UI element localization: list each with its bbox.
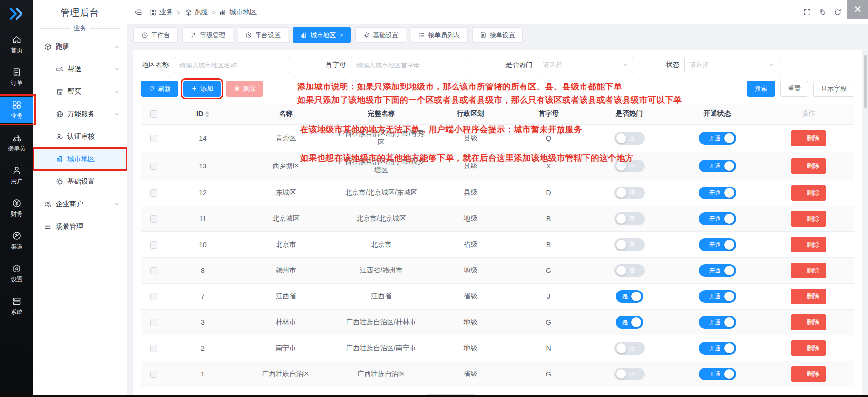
cell-full-name: 广西壮族自治区/南宁市 <box>332 335 430 361</box>
status-select[interactable]: 请选择 <box>684 57 780 73</box>
row-checkbox[interactable] <box>150 293 157 300</box>
hot-toggle[interactable]: 否 <box>614 342 645 355</box>
row-delete-button[interactable]: 删除 <box>791 211 826 227</box>
row-checkbox[interactable] <box>150 371 157 378</box>
row-checkbox[interactable] <box>150 135 157 142</box>
breadcrumb-业务[interactable]: 业务 <box>150 8 173 17</box>
sidebar-group-text: 业务 <box>74 24 87 33</box>
row-checkbox[interactable] <box>150 163 157 170</box>
hot-toggle[interactable]: 否 <box>614 160 645 172</box>
app-logo[interactable] <box>8 6 25 21</box>
rail-item-首页[interactable]: 首页 <box>0 31 33 58</box>
row-delete-button[interactable]: 删除 <box>791 130 826 146</box>
row-checkbox[interactable] <box>150 215 157 223</box>
initial-input[interactable] <box>351 57 467 73</box>
hot-toggle[interactable]: 否 <box>614 368 645 380</box>
cell-name: 青秀区 <box>239 125 332 152</box>
topbar-actions <box>803 8 842 16</box>
tab-等级管理[interactable]: 等级管理 <box>182 27 233 43</box>
window-close-button[interactable]: ✕ <box>847 0 868 19</box>
scrollbar-thumb[interactable] <box>864 55 867 108</box>
sidebar-item-基础设置[interactable]: 基础设置 <box>33 170 127 193</box>
sidebar-item-企业商户[interactable]: 企业商户 <box>33 193 127 215</box>
row-delete-button[interactable]: 删除 <box>791 340 826 356</box>
open-status-toggle[interactable]: 开通 <box>699 132 736 145</box>
row-checkbox[interactable] <box>150 345 157 352</box>
open-status-toggle[interactable]: 开通 <box>699 187 736 199</box>
breadcrumb-跑腿[interactable]: 跑腿 <box>185 8 208 17</box>
search-button[interactable]: 搜索 <box>747 81 775 97</box>
sidebar-item-城市地区[interactable]: 城市地区 <box>33 148 127 170</box>
hot-toggle[interactable]: 是 <box>616 290 643 303</box>
tab-工作台[interactable]: 工作台 <box>133 27 178 43</box>
collapse-icon[interactable] <box>134 8 143 17</box>
fullscreen-icon[interactable] <box>803 8 811 16</box>
sort-icon[interactable] <box>205 111 209 117</box>
rail-item-渠道[interactable]: 渠道 <box>0 228 33 254</box>
add-button[interactable]: 添加 <box>183 81 221 97</box>
open-status-toggle[interactable]: 开通 <box>699 316 736 329</box>
rail-item-财务[interactable]: 财务 <box>0 195 33 221</box>
hot-toggle[interactable]: 是 <box>616 316 643 329</box>
row-checkbox[interactable] <box>150 319 157 326</box>
tag-icon[interactable] <box>819 8 826 16</box>
clock-icon <box>141 32 148 39</box>
open-status-toggle[interactable]: 开通 <box>699 238 736 251</box>
open-status-toggle[interactable]: 开通 <box>699 342 736 355</box>
open-status-toggle[interactable]: 开通 <box>699 160 736 172</box>
sidebar-item-帮买[interactable]: 帮买 <box>33 81 127 103</box>
hot-toggle[interactable]: 否 <box>614 132 645 145</box>
hot-toggle[interactable]: 否 <box>614 238 645 251</box>
delete-button[interactable]: 删除 <box>226 81 263 97</box>
open-status-toggle[interactable]: 开通 <box>699 212 736 225</box>
sidebar-item-帮送[interactable]: 帮送 <box>33 58 127 81</box>
row-delete-button[interactable]: 删除 <box>791 237 826 252</box>
hot-toggle[interactable]: 否 <box>614 264 645 277</box>
tab-城市地区[interactable]: 城市地区 × <box>293 27 351 43</box>
rail-item-用户[interactable]: 用户 <box>0 162 33 188</box>
sidebar-item-跑腿[interactable]: 跑腿 <box>33 36 127 58</box>
row-checkbox[interactable] <box>150 267 157 274</box>
sidebar-item-认证审核[interactable]: 认证审核 <box>33 125 127 148</box>
trash-icon <box>234 85 240 92</box>
select-all-checkbox[interactable] <box>150 110 157 118</box>
open-status-toggle[interactable]: 开通 <box>699 264 736 277</box>
tab-平台设置[interactable]: 平台设置 <box>238 27 288 43</box>
rail-item-业务[interactable]: 业务 <box>0 97 33 123</box>
rail-item-设置[interactable]: 设置 <box>0 260 33 287</box>
open-status-toggle[interactable]: 开通 <box>699 290 736 303</box>
open-status-toggle[interactable]: 开通 <box>699 368 736 380</box>
sidebar-item-万能服务[interactable]: 万能服务 <box>33 103 127 125</box>
rail-item-接单员[interactable]: 接单员 <box>0 129 33 156</box>
breadcrumb-城市地区[interactable]: 城市地区 <box>219 8 257 17</box>
sidebar-item-场景管理[interactable]: 场景管理 <box>33 215 127 238</box>
row-delete-button[interactable]: 删除 <box>791 263 826 278</box>
refresh-button[interactable]: 刷新 <box>141 81 178 97</box>
row-delete-button[interactable]: 删除 <box>791 158 826 174</box>
trash-icon <box>798 268 804 274</box>
tab-基础设置[interactable]: 基础设置 <box>355 27 406 43</box>
rail-item-系统[interactable]: 系统 <box>0 293 33 319</box>
hot-toggle[interactable]: 否 <box>614 187 645 199</box>
row-checkbox[interactable] <box>150 189 157 197</box>
tab-close-icon[interactable]: × <box>340 32 343 39</box>
row-delete-button[interactable]: 删除 <box>791 289 826 304</box>
row-delete-button[interactable]: 删除 <box>791 185 826 201</box>
tab-接单设置[interactable]: 接单设置 <box>472 27 523 43</box>
row-delete-button[interactable]: 删除 <box>791 366 826 382</box>
col-header-id[interactable]: ID <box>166 104 239 125</box>
hot-toggle[interactable]: 否 <box>614 212 645 225</box>
row-delete-button[interactable]: 删除 <box>791 314 826 330</box>
row-checkbox[interactable] <box>150 241 157 249</box>
refresh-icon[interactable] <box>834 8 842 16</box>
table-row: 12 东城区 北京市/北京城区/东城区 县级 D 否 开通 删除 <box>141 180 854 206</box>
reset-button[interactable]: 重置 <box>780 81 808 97</box>
show-fields-button[interactable]: 显示字段 <box>813 81 854 97</box>
rail-item-订单[interactable]: 订单 <box>0 64 33 90</box>
hot-select[interactable]: 请选择 <box>538 57 633 73</box>
tab-接单员列表[interactable]: 接单员列表 <box>411 27 468 43</box>
region-name-input[interactable] <box>174 57 290 73</box>
cell-division: 地级 <box>430 310 511 335</box>
trash-icon <box>798 216 804 222</box>
city-icon <box>219 9 227 16</box>
